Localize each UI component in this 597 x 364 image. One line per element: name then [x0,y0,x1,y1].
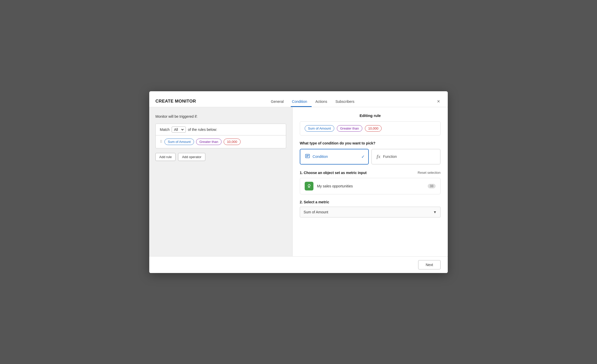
tab-condition[interactable]: Condition [291,96,312,107]
condition-selected-check-icon: ✓ [361,154,365,159]
tab-subscribers[interactable]: Subscribers [334,96,359,107]
next-button[interactable]: Next [418,260,441,269]
add-rule-button[interactable]: Add rule [155,153,175,161]
modal-title: CREATE MONITOR [155,99,196,104]
editing-value-pill[interactable]: 10,000 [365,125,382,132]
action-buttons: Add rule Add operator [155,153,286,161]
match-row: Match All Any of the rules below: [155,124,286,135]
close-button[interactable]: × [435,98,442,104]
object-set-count: 33 [428,184,436,188]
rule-metric-pill[interactable]: Sum of Amount [164,139,194,145]
metric-select-wrapper[interactable]: Sum of Amount Count Average of Amount Mi… [300,207,441,217]
rule-row: ⠿ Sum of Amount Greater than 10,000 [160,139,282,145]
match-select[interactable]: All Any [173,127,185,132]
condition-list-icon [305,153,310,160]
object-set-row[interactable]: My sales opportunities 33 [300,178,441,194]
editing-rule-pills: Sum of Amount Greater than 10,000 [300,121,441,135]
tab-general[interactable]: General [270,96,288,107]
condition-type-condition-btn[interactable]: Condition ✓ [300,149,369,165]
condition-type-question: What type of condition do you want to pi… [300,141,441,145]
rules-container: ⠿ Sum of Amount Greater than 10,000 [155,135,286,148]
object-set-name: My sales opportunities [317,184,424,188]
editing-operator-pill[interactable]: Greater than [337,125,362,132]
rule-operator-pill[interactable]: Greater than [196,139,222,145]
match-select-wrapper[interactable]: All Any [172,126,186,133]
editing-rule-label: Editing rule [300,113,441,118]
svg-point-4 [308,185,310,187]
condition-type-row: Condition ✓ fx Function [300,149,441,165]
function-fx-icon: fx [376,154,380,159]
rule-value-pill[interactable]: 10,000 [224,139,241,145]
tab-bar: General Condition Actions Subscribers [264,96,368,107]
right-panel: Editing rule Sum of Amount Greater than … [293,107,448,256]
condition-type-function-btn[interactable]: fx Function [371,149,441,165]
modal-footer: Next [149,256,448,273]
svg-line-6 [310,184,310,185]
metric-select[interactable]: Sum of Amount Count Average of Amount Mi… [300,207,440,217]
match-text: Match [160,128,170,132]
create-monitor-modal: CREATE MONITOR General Condition Actions… [149,91,448,273]
modal-body: Monitor will be triggered if: Match All … [149,107,448,256]
editing-metric-pill[interactable]: Sum of Amount [305,125,334,132]
left-panel: Monitor will be triggered if: Match All … [149,107,293,256]
tab-actions[interactable]: Actions [314,96,332,107]
object-set-title: 1. Choose an object set as metric input [300,171,367,175]
match-suffix: of the rules below: [188,128,217,132]
modal-header: CREATE MONITOR General Condition Actions… [149,91,448,107]
metric-section-title: 2. Select a metric [300,200,441,204]
drag-handle-icon[interactable]: ⠿ [160,140,162,144]
condition-type-function-label: Function [383,154,397,159]
object-set-section-header: 1. Choose an object set as metric input … [300,171,441,175]
trigger-label: Monitor will be triggered if: [155,114,286,119]
add-operator-button[interactable]: Add operator [178,153,205,161]
object-set-icon [305,182,313,190]
condition-type-condition-label: Condition [313,154,328,159]
reset-selection-link[interactable]: Reset selection [418,171,441,175]
